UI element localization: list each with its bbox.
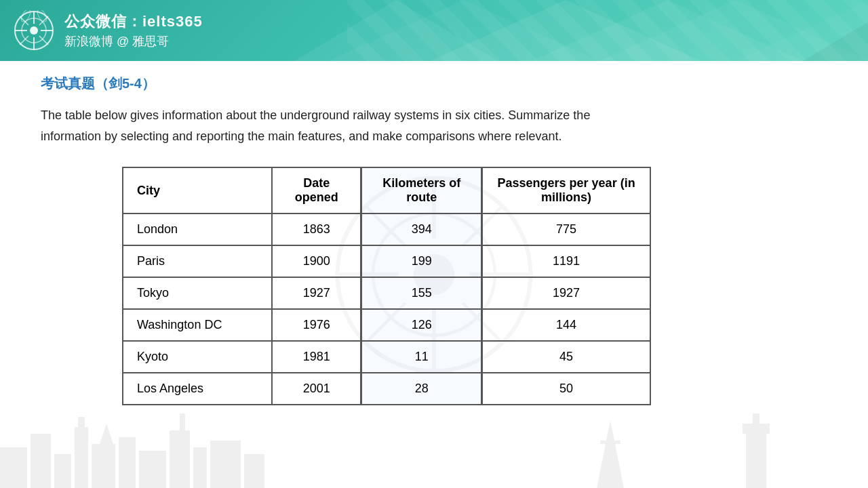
- cell-kilometers: 199: [361, 245, 482, 277]
- cell-passengers: 50: [482, 373, 650, 405]
- cell-passengers: 775: [482, 214, 650, 245]
- cell-passengers: 1927: [482, 277, 650, 309]
- cell-kilometers: 155: [361, 277, 482, 309]
- svg-rect-35: [78, 417, 85, 430]
- col-header-passengers: Passengers per year (in millions): [482, 167, 650, 214]
- table-row: Tokyo19271551927: [123, 277, 650, 309]
- cell-city: London: [123, 214, 272, 245]
- cell-kilometers: 126: [361, 309, 482, 341]
- cell-passengers: 45: [482, 341, 650, 373]
- svg-rect-36: [92, 444, 115, 488]
- cell-date-opened: 1927: [272, 277, 361, 309]
- cell-city: Washington DC: [123, 309, 272, 341]
- col-header-date-opened: Date opened: [272, 167, 361, 214]
- svg-rect-39: [170, 430, 190, 488]
- table-row: London1863394775: [123, 214, 650, 245]
- svg-rect-31: [0, 447, 27, 488]
- svg-marker-50: [100, 424, 113, 444]
- svg-marker-44: [597, 420, 624, 488]
- cell-kilometers: 394: [361, 214, 482, 245]
- svg-rect-51: [98, 468, 115, 488]
- header-background: [260, 0, 868, 61]
- cell-kilometers: 28: [361, 373, 482, 405]
- col-header-kilometers: Kilometers of route: [361, 167, 482, 214]
- svg-rect-48: [753, 413, 760, 427]
- header: 公众微信：ielts365 新浪微博 @ 雅思哥: [0, 0, 868, 61]
- svg-rect-42: [210, 441, 241, 488]
- cell-date-opened: 2001: [272, 373, 361, 405]
- social-handle: 新浪微博 @ 雅思哥: [64, 33, 203, 49]
- data-table-wrapper: City Date opened Kilometers of route Pas…: [122, 167, 841, 405]
- exam-title: 考试真题（剑5-4）: [41, 75, 841, 93]
- svg-rect-46: [746, 427, 766, 488]
- logo-icon: [14, 10, 54, 51]
- cell-passengers: 144: [482, 309, 650, 341]
- table-row: Los Angeles20012850: [123, 373, 650, 405]
- svg-rect-34: [75, 427, 88, 488]
- table-body: London1863394775Paris19001991191Tokyo192…: [123, 214, 650, 405]
- underground-railway-table: City Date opened Kilometers of route Pas…: [122, 167, 651, 405]
- platform-name: 公众微信：ielts365: [64, 12, 203, 32]
- svg-rect-43: [244, 454, 264, 488]
- svg-rect-41: [193, 447, 207, 488]
- svg-rect-32: [31, 434, 51, 488]
- col-header-city: City: [123, 167, 272, 214]
- header-text-block: 公众微信：ielts365 新浪微博 @ 雅思哥: [64, 12, 203, 49]
- table-row: Paris19001991191: [123, 245, 650, 277]
- task-description: The table below gives information about …: [41, 105, 651, 146]
- main-content: 考试真题（剑5-4） The table below gives informa…: [0, 61, 868, 488]
- skyline-decoration: [0, 407, 868, 488]
- cell-city: Paris: [123, 245, 272, 277]
- cell-city: Los Angeles: [123, 373, 272, 405]
- svg-rect-45: [600, 441, 620, 444]
- cell-city: Tokyo: [123, 277, 272, 309]
- cell-date-opened: 1981: [272, 341, 361, 373]
- svg-point-17: [30, 26, 38, 35]
- cell-date-opened: 1976: [272, 309, 361, 341]
- table-row: Washington DC1976126144: [123, 309, 650, 341]
- svg-rect-49: [102, 441, 112, 488]
- cell-kilometers: 11: [361, 341, 482, 373]
- cell-passengers: 1191: [482, 245, 650, 277]
- table-header-row: City Date opened Kilometers of route Pas…: [123, 167, 650, 214]
- svg-rect-38: [139, 451, 166, 488]
- svg-rect-33: [54, 454, 71, 488]
- cell-date-opened: 1863: [272, 214, 361, 245]
- table-row: Kyoto19811145: [123, 341, 650, 373]
- svg-rect-40: [180, 413, 185, 434]
- svg-rect-47: [743, 424, 770, 434]
- svg-rect-37: [119, 437, 136, 488]
- cell-date-opened: 1900: [272, 245, 361, 277]
- cell-city: Kyoto: [123, 341, 272, 373]
